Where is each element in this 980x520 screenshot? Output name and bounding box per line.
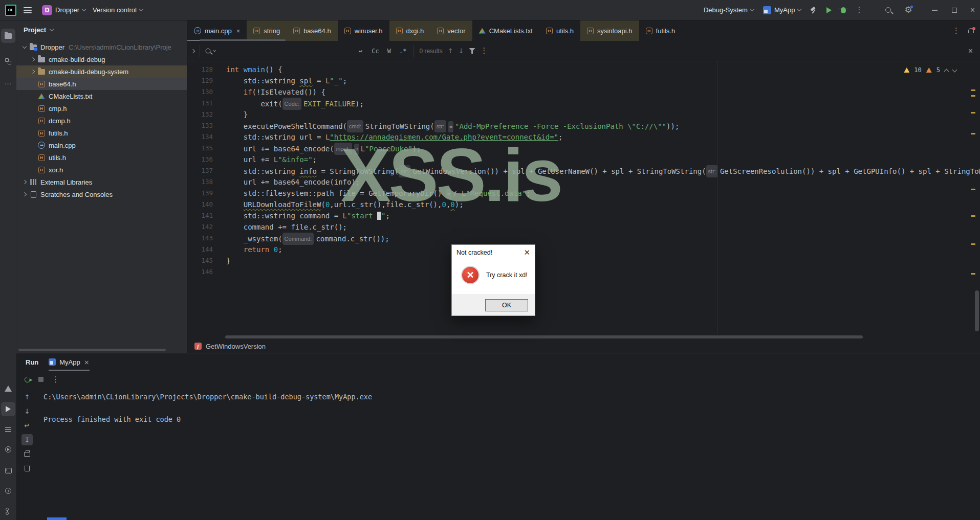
stripe-warning-button[interactable] xyxy=(1,381,15,396)
chevron-right-icon[interactable] xyxy=(29,58,37,61)
chevron-down-icon[interactable] xyxy=(50,27,54,31)
run-tab-myapp[interactable]: MyApp × xyxy=(49,353,89,371)
tree-item-xor-h[interactable]: Hxor.h xyxy=(16,164,187,176)
search-everywhere-icon[interactable] xyxy=(885,7,891,13)
run-more-icon[interactable]: ⋮ xyxy=(52,376,59,383)
tab-sysinfoapi-h[interactable]: Hsysinfoapi.h xyxy=(580,20,639,41)
run-target-selector[interactable]: MyApp xyxy=(763,6,801,14)
code-line: 128int wmain() { xyxy=(187,64,980,75)
line-number: 137 xyxy=(187,165,226,176)
close-tab-icon[interactable]: × xyxy=(236,27,241,35)
tree-item-dropper[interactable]: DropperC:\Users\admin\CLionLibrary\Proje xyxy=(16,41,187,53)
arrow-down-icon[interactable]: ↓ xyxy=(21,405,33,417)
stripe-terminal-button[interactable]: ›_ xyxy=(1,463,15,478)
stripe-structure-button[interactable] xyxy=(1,54,15,69)
chevron-right-icon[interactable] xyxy=(20,180,29,184)
debug-icon[interactable] xyxy=(841,7,846,13)
tabbar-scroll-thumb[interactable] xyxy=(200,39,286,41)
chevron-right-icon[interactable] xyxy=(20,193,29,196)
stripe-more-button[interactable]: … xyxy=(1,75,15,89)
tab-label: base64.h xyxy=(303,27,331,35)
tree-item-futils-h[interactable]: Hfutils.h xyxy=(16,127,187,139)
window-close-button[interactable]: × xyxy=(970,6,975,14)
rerun-icon[interactable] xyxy=(24,375,32,383)
stripe-info-button[interactable]: i xyxy=(1,484,15,498)
tree-item-external-libraries[interactable]: External Libraries xyxy=(16,176,187,188)
dialog-message: Try crack it xd! xyxy=(486,272,528,279)
scroll-end-icon[interactable]: ↧ xyxy=(21,434,33,445)
print-icon[interactable] xyxy=(21,448,33,460)
trash-icon[interactable] xyxy=(21,463,33,474)
tab-cmakelists-txt[interactable]: CMakeLists.txt xyxy=(472,20,539,41)
editor-vscrollbar[interactable] xyxy=(975,290,979,331)
line-number: 131 xyxy=(187,98,226,109)
stop-icon[interactable] xyxy=(38,377,43,382)
arrow-up-icon[interactable]: ↑ xyxy=(21,391,33,402)
tree-item-cmp-h[interactable]: Hcmp.h xyxy=(16,102,187,115)
newline-icon[interactable]: ↩ xyxy=(357,47,364,56)
settings-gear-icon[interactable]: ⚙ xyxy=(904,6,912,14)
tree-item-cmake-build-debug-system[interactable]: cmake-build-debug-system xyxy=(16,65,187,78)
tab-dxgi-h[interactable]: Hdxgi.h xyxy=(389,20,431,41)
stripe-folder-button[interactable] xyxy=(1,29,15,43)
window-minimize-button[interactable] xyxy=(932,10,938,11)
match-case-toggle[interactable]: Cc xyxy=(369,47,381,56)
search-more-icon[interactable]: ⋮ xyxy=(481,47,488,55)
project-widget[interactable]: D Dropper xyxy=(42,5,85,15)
tab-winuser-h[interactable]: Hwinuser.h xyxy=(338,20,389,41)
prev-problem-icon[interactable] xyxy=(944,69,949,74)
breadcrumb-label[interactable]: GetWindowsVersion xyxy=(206,343,266,350)
stripe-list-button[interactable] xyxy=(1,422,15,437)
chevron-right-icon[interactable] xyxy=(29,70,37,73)
dialog-close-icon[interactable]: ✕ xyxy=(524,248,530,256)
line-number: 132 xyxy=(187,109,226,120)
tree-item-scratches-and-consoles[interactable]: Scratches and Consoles xyxy=(16,188,187,200)
run-config-selector[interactable]: Debug-System xyxy=(704,6,754,14)
run-icon[interactable] xyxy=(826,7,832,13)
editor-hscrollbar-thumb[interactable] xyxy=(225,335,863,338)
next-problem-icon[interactable] xyxy=(952,67,957,72)
caret xyxy=(377,212,381,220)
prev-occurrence-icon[interactable]: ↑ xyxy=(448,47,453,55)
scratches-icon xyxy=(31,191,36,198)
tab-string[interactable]: Hstring xyxy=(247,20,287,41)
tree-item-main-cpp[interactable]: ++main.cpp xyxy=(16,139,187,151)
filter-icon[interactable] xyxy=(469,48,475,54)
regex-toggle[interactable]: .* xyxy=(397,47,408,56)
tab-utils-h[interactable]: Hutils.h xyxy=(539,20,580,41)
ok-button[interactable]: OK xyxy=(485,299,528,311)
more-actions-icon[interactable]: ⋮ xyxy=(855,6,863,14)
tree-item-utils-h[interactable]: Hutils.h xyxy=(16,151,187,164)
inspections-widget[interactable]: 10 5 xyxy=(900,63,961,77)
vcs-widget[interactable]: Version control xyxy=(93,6,143,14)
code-editor[interactable]: XSS.is 10 5 128int wmain() {129 std::wst… xyxy=(187,61,980,334)
stripe-runtool-button[interactable] xyxy=(1,402,15,416)
build-icon[interactable] xyxy=(810,7,817,14)
tab-futils-h[interactable]: Hfutils.h xyxy=(639,20,682,41)
tree-item-cmakelists-txt[interactable]: CMakeLists.txt xyxy=(16,90,187,102)
tree-item-dcmp-h[interactable]: Hdcmp.h xyxy=(16,115,187,127)
tab-main-cpp[interactable]: ++main.cpp× xyxy=(187,20,247,41)
tab-vector[interactable]: Hvector xyxy=(430,20,472,41)
softwrap-icon[interactable]: ↵ xyxy=(21,420,33,431)
run-console[interactable]: C:\Users\admin\CLionLibrary\Projects\Dro… xyxy=(43,391,980,520)
next-occurrence-icon[interactable]: ↓ xyxy=(459,47,464,55)
conversion-icon: ⇄ xyxy=(354,144,359,155)
stripe-debugtool-button[interactable] xyxy=(1,442,15,457)
tree-item-cmake-build-debug[interactable]: cmake-build-debug xyxy=(16,53,187,65)
tab-options-icon[interactable]: ⋮ xyxy=(952,27,960,35)
close-tab-icon[interactable]: × xyxy=(84,358,90,366)
words-toggle[interactable]: W xyxy=(385,47,393,56)
tree-item-base64-h[interactable]: Hbase64.h xyxy=(16,78,187,90)
stripe-branch-button[interactable] xyxy=(1,504,15,518)
notifications-bell-icon[interactable] xyxy=(968,28,974,33)
tab-base64-h[interactable]: Hbase64.h xyxy=(287,20,338,41)
expand-replace-icon[interactable] xyxy=(191,49,195,53)
chevron-down-icon[interactable] xyxy=(20,47,29,48)
header-file-icon: H xyxy=(646,28,652,34)
window-maximize-button[interactable] xyxy=(952,8,957,13)
search-field-icon[interactable] xyxy=(205,48,216,54)
project-panel-hscrollbar[interactable] xyxy=(18,349,166,351)
close-search-icon[interactable]: × xyxy=(968,47,973,56)
main-menu-icon[interactable] xyxy=(24,7,32,13)
